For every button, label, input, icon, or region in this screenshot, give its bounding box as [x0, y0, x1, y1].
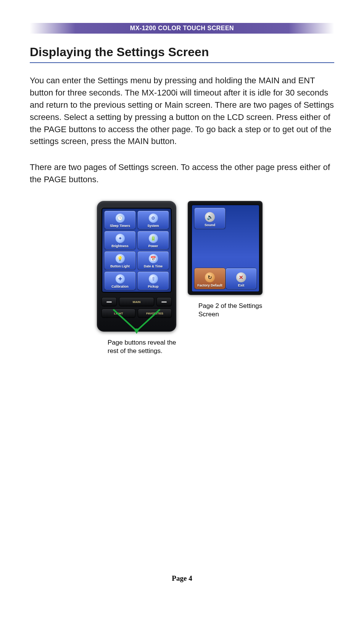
page-left-button[interactable] — [101, 297, 117, 306]
sound-button[interactable]: 🔊 Sound — [194, 207, 225, 229]
system-icon: ⚙ — [149, 214, 158, 223]
pickup-icon: ⇧ — [149, 274, 158, 283]
figure-row: 🕒 Sleep Timers ⚙ System ✦ Brightness 🔋 P… — [30, 201, 334, 355]
calibration-label: Calibration — [111, 285, 128, 288]
calibration-button[interactable]: ✚ Calibration — [104, 271, 136, 290]
remote-device: 🕒 Sleep Timers ⚙ System ✦ Brightness 🔋 P… — [97, 201, 176, 332]
factory-default-button[interactable]: ↻ Factory Default — [194, 268, 225, 289]
page-footer: Page 4 — [0, 574, 364, 583]
sleep-timers-label: Sleep Timers — [110, 224, 130, 228]
page-right-button[interactable] — [156, 297, 172, 306]
header-bar: MX-1200 COLOR TOUCH SCREEN — [30, 23, 334, 34]
date-time-label: Date & Time — [144, 264, 163, 268]
power-label: Power — [148, 244, 158, 248]
system-label: System — [147, 224, 159, 228]
exit-icon: ✕ — [236, 272, 246, 282]
button-light-button[interactable]: 💡 Button Light — [104, 251, 136, 270]
paragraph-1: You can enter the Settings menu by press… — [30, 74, 334, 147]
pickup-label: Pickup — [148, 285, 159, 288]
button-light-label: Button Light — [110, 264, 130, 268]
sleep-timers-icon: 🕒 — [116, 214, 125, 223]
favorites-button[interactable]: FAVORITES — [138, 309, 172, 318]
power-button[interactable]: 🔋 Power — [137, 231, 169, 249]
figure-page2: 🔊 Sound ↻ Factory Default ✕ Exit Page 2 … — [188, 201, 267, 355]
caption-page1: Page buttons reveal the rest of the sett… — [108, 338, 176, 355]
system-button[interactable]: ⚙ System — [137, 211, 169, 229]
power-icon: 🔋 — [149, 234, 158, 243]
factory-default-icon: ↻ — [205, 272, 215, 282]
page-content: Displaying the Settings Screen You can e… — [30, 45, 334, 355]
pickup-button[interactable]: ⇧ Pickup — [137, 271, 169, 290]
brightness-label: Brightness — [111, 244, 128, 248]
factory-default-label: Factory Default — [197, 283, 222, 287]
exit-label: Exit — [238, 283, 245, 287]
brightness-icon: ✦ — [116, 234, 125, 243]
hard-button-area: MAIN LIGHT FAVORITES — [101, 297, 172, 318]
date-time-icon: 📅 — [149, 254, 158, 263]
button-light-icon: 💡 — [116, 254, 125, 263]
sleep-timers-button[interactable]: 🕒 Sleep Timers — [104, 211, 136, 229]
sound-label: Sound — [205, 223, 215, 227]
page2-frame: 🔊 Sound ↻ Factory Default ✕ Exit — [188, 201, 263, 295]
caption-page2: Page 2 of the Settings Screen — [198, 302, 267, 319]
section-title: Displaying the Settings Screen — [30, 45, 334, 63]
paragraph-2: There are two pages of Settings screen. … — [30, 161, 334, 186]
date-time-button[interactable]: 📅 Date & Time — [137, 251, 169, 270]
figure-page1: 🕒 Sleep Timers ⚙ System ✦ Brightness 🔋 P… — [97, 201, 176, 355]
main-button[interactable]: MAIN — [119, 297, 154, 306]
lcd-screen: 🕒 Sleep Timers ⚙ System ✦ Brightness 🔋 P… — [101, 208, 172, 293]
header-text: MX-1200 COLOR TOUCH SCREEN — [130, 25, 234, 31]
light-button[interactable]: LIGHT — [101, 309, 135, 318]
calibration-icon: ✚ — [116, 274, 125, 283]
brightness-button[interactable]: ✦ Brightness — [104, 231, 136, 249]
exit-button[interactable]: ✕ Exit — [225, 268, 257, 289]
page2-screen: 🔊 Sound ↻ Factory Default ✕ Exit — [192, 205, 259, 292]
sound-icon: 🔊 — [205, 212, 215, 222]
